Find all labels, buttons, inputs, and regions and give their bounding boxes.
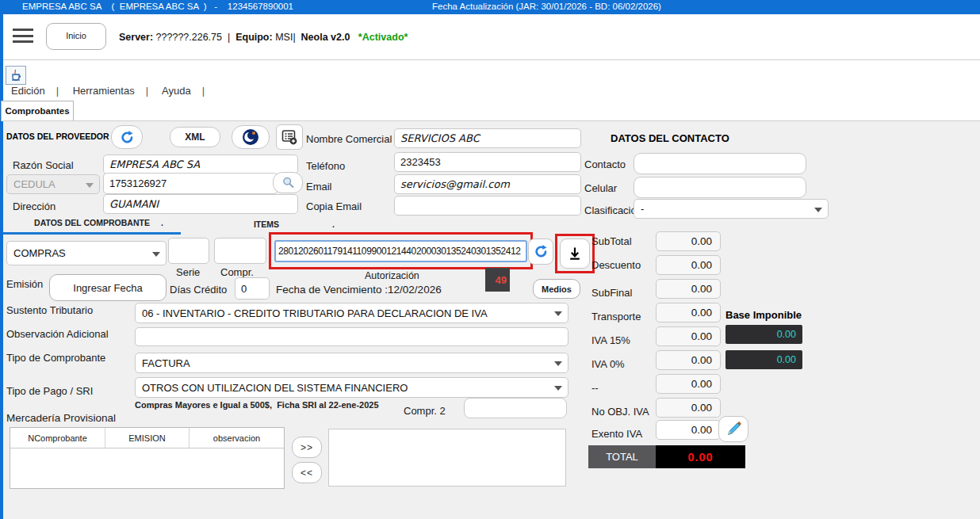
sri-web-button[interactable] bbox=[232, 125, 270, 149]
refresh-icon bbox=[120, 130, 135, 145]
no-obj-iva-label: No OBJ. IVA bbox=[591, 406, 649, 418]
subtotal-label: SubTotal bbox=[591, 235, 632, 247]
direccion-field[interactable]: GUAMANI bbox=[103, 194, 298, 214]
subfinal-label: SubFinal bbox=[591, 287, 632, 299]
telefono-label: Teléfono bbox=[306, 160, 345, 172]
base-imponible-label: Base Imponible bbox=[725, 309, 802, 321]
ingresar-fecha-button[interactable]: Ingresar Fecha bbox=[49, 274, 167, 301]
inicio-button[interactable]: Inicio bbox=[46, 23, 106, 50]
proveedor-section-title: DATOS DEL PROVEEDOR bbox=[6, 132, 109, 141]
copia-email-field[interactable] bbox=[394, 196, 581, 216]
sustento-label: Sustento Tributario bbox=[6, 304, 93, 316]
tipo-pago-label: Tipo de Pago / SRI bbox=[6, 385, 93, 397]
exento-iva-label: Exento IVA bbox=[591, 428, 642, 440]
contacto-field[interactable] bbox=[634, 153, 806, 174]
dias-credito-label: Días Crédito bbox=[170, 284, 227, 296]
celular-field[interactable] bbox=[634, 177, 806, 198]
mercaderia-section-title: Mercadería Provisional bbox=[6, 412, 116, 424]
menu-bar: Edición| Herramientas| Ayuda| bbox=[11, 85, 216, 97]
nombre-comercial-label: Nombre Comercial bbox=[306, 133, 392, 145]
java-coffee-icon bbox=[10, 69, 22, 82]
download-highlight-box bbox=[555, 234, 595, 273]
add-record-icon bbox=[281, 129, 297, 145]
tab-items[interactable]: ITEMS . bbox=[181, 213, 352, 235]
move-right-button[interactable]: >> bbox=[292, 437, 322, 458]
menu-edicion[interactable]: Edición bbox=[11, 85, 45, 97]
medios-button[interactable]: Medios bbox=[533, 279, 580, 299]
nombre-comercial-field[interactable]: SERVICIOS ABC bbox=[394, 128, 581, 148]
titlebar-company: EMPRESA ABC SA ( EMPRESA ABC SA ) - 1234… bbox=[22, 2, 293, 11]
move-left-button[interactable]: << bbox=[292, 462, 322, 483]
edit-exento-button[interactable] bbox=[718, 416, 748, 442]
dias-credito-field[interactable]: 0 bbox=[235, 277, 270, 300]
autorizacion-label: Autorización bbox=[365, 270, 419, 281]
razon-social-field[interactable]: EMPRESA ABC SA bbox=[103, 155, 298, 174]
tipo-operacion-combo[interactable]: COMPRAS bbox=[6, 241, 167, 265]
exento-iva-field[interactable]: 0.00 bbox=[656, 420, 721, 440]
chevron-down-icon bbox=[554, 311, 562, 316]
chevron-down-icon bbox=[86, 183, 94, 188]
chevron-down-icon bbox=[554, 361, 562, 366]
no-obj-iva-field: 0.00 bbox=[656, 398, 721, 418]
content-panel: DATOS DEL PROVEEDOR XML Nombre Comerci bbox=[3, 120, 980, 519]
nota-sri-text: Compras Mayores e Igual a 500$, Ficha SR… bbox=[135, 400, 379, 410]
compr2-field[interactable] bbox=[464, 398, 567, 418]
download-icon bbox=[567, 246, 583, 261]
base-iva15-field: 0.00 bbox=[725, 325, 802, 344]
otros-field: 0.00 bbox=[656, 374, 721, 394]
titlebar-update-date: Fecha Actualización (JAR: 30/01/2026 - B… bbox=[432, 2, 661, 11]
autorizacion-field[interactable] bbox=[274, 240, 527, 262]
sustento-combo[interactable]: 06 - INVENTARIO - CREDITO TRIBUTARIO PAR… bbox=[135, 303, 568, 323]
observacion-label: Observación Adicional bbox=[6, 328, 109, 340]
tipo-comprobante-combo[interactable]: FACTURA bbox=[135, 353, 568, 373]
download-button[interactable] bbox=[560, 239, 590, 269]
col-emision[interactable]: EMISION bbox=[105, 428, 189, 448]
provider-refresh-button[interactable] bbox=[111, 125, 143, 149]
serie-field[interactable] bbox=[168, 238, 209, 264]
app-window: EMPRESA ABC SA ( EMPRESA ABC SA ) - 1234… bbox=[0, 0, 980, 519]
clasificacion-combo[interactable]: - bbox=[634, 199, 829, 219]
observacion-field[interactable] bbox=[135, 327, 568, 346]
app-name: Neola v2.0 bbox=[301, 32, 350, 43]
serie-label: Serie bbox=[176, 266, 200, 278]
chevron-down-icon bbox=[554, 386, 562, 391]
col-observacion[interactable]: observacion bbox=[189, 428, 284, 448]
tab-comprobantes[interactable]: Comprobantes bbox=[1, 101, 74, 121]
compr-label: Compr. bbox=[220, 266, 254, 278]
mercaderia-selected-list[interactable] bbox=[328, 429, 566, 487]
mercaderia-table[interactable]: NComprobante EMISION observacion bbox=[10, 427, 285, 489]
xml-button[interactable]: XML bbox=[170, 127, 220, 147]
header-bar: Inicio Server: ??????.226.75 | Equipo: M… bbox=[3, 14, 980, 60]
java-app-button[interactable] bbox=[6, 66, 26, 85]
iva0-label: IVA 0% bbox=[591, 358, 625, 370]
descuento-label: Descuento bbox=[591, 259, 641, 271]
autorizacion-refresh-button[interactable] bbox=[528, 239, 553, 265]
tipo-comprobante-label: Tipo de Comprobante bbox=[6, 352, 105, 364]
hamburger-menu-icon[interactable] bbox=[13, 29, 33, 44]
transporte-field: 0.00 bbox=[656, 303, 721, 322]
activation-status: *Activado* bbox=[358, 32, 408, 43]
chevron-down-icon bbox=[152, 252, 160, 257]
autorizacion-highlight-box bbox=[269, 232, 533, 269]
globe-night-icon bbox=[242, 128, 259, 146]
vencimiento-text: Fecha de Vencimiento :12/02/2026 bbox=[276, 284, 442, 296]
tab-datos-del-comprobante[interactable]: DATOS DEL COMPROBANTE . bbox=[3, 213, 181, 235]
telefono-field[interactable]: 2323453 bbox=[394, 152, 581, 172]
email-field[interactable]: servicios@gmail.com bbox=[394, 174, 581, 194]
search-provider-button[interactable] bbox=[273, 172, 303, 193]
menu-herramientas[interactable]: Herramientas bbox=[73, 85, 135, 97]
new-record-button[interactable] bbox=[276, 124, 303, 150]
refresh-icon bbox=[534, 244, 549, 259]
col-ncomprobante[interactable]: NComprobante bbox=[10, 428, 105, 448]
iva15-label: IVA 15% bbox=[591, 334, 630, 346]
direccion-label: Dirección bbox=[13, 200, 56, 212]
menu-ayuda[interactable]: Ayuda bbox=[162, 85, 191, 97]
autorizacion-input[interactable] bbox=[278, 246, 523, 257]
tipo-pago-combo[interactable]: OTROS CON UTILIZACION DEL SISTEMA FINANC… bbox=[135, 377, 568, 398]
chevron-down-icon bbox=[814, 208, 822, 212]
server-label: Server: bbox=[119, 32, 153, 43]
compr-field[interactable] bbox=[214, 238, 266, 264]
identificacion-field[interactable]: 1753126927 bbox=[103, 173, 278, 194]
tipo-identificacion-combo[interactable]: CEDULA bbox=[6, 174, 100, 194]
subfinal-field: 0.00 bbox=[656, 279, 721, 299]
